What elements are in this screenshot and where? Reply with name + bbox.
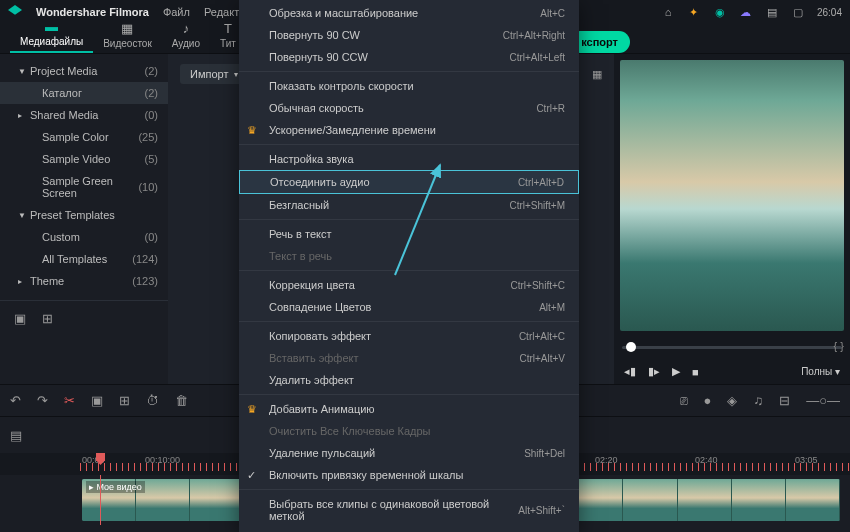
context-menu-item: Вставить эффектCtrl+Alt+V	[239, 347, 579, 369]
context-menu-item[interactable]: Совпадение ЦветовAlt+M	[239, 296, 579, 318]
grid-icon[interactable]: ⊞	[119, 393, 130, 408]
file-icon[interactable]: ▤	[765, 5, 779, 19]
context-menu-item[interactable]: ♛Ускорение/Замедление времени	[239, 119, 579, 141]
sidebar-item[interactable]: Sample Green Screen(10)	[0, 170, 168, 204]
step-back-icon[interactable]: ▮▸	[648, 365, 660, 378]
monitor-icon[interactable]: ▢	[791, 5, 805, 19]
context-menu-item[interactable]: Обычная скоростьCtrl+R	[239, 97, 579, 119]
context-menu-item[interactable]: Показать контроль скорости	[239, 75, 579, 97]
tab-media-label: Медиафайлы	[20, 36, 83, 47]
new-folder-icon[interactable]: ⊞	[42, 311, 53, 326]
undo-icon[interactable]: ↶	[10, 393, 21, 408]
context-menu-item[interactable]: ♛Добавить Анимацию	[239, 398, 579, 420]
crop-icon[interactable]: ▣	[91, 393, 103, 408]
menu-item-label: Безгласный	[269, 199, 509, 211]
sidebar-item[interactable]: ▸Theme(123)	[0, 270, 168, 292]
context-menu-item[interactable]: Настройка звука	[239, 148, 579, 170]
tab-audio[interactable]: ♪ Аудио	[162, 19, 210, 53]
sidebar-item[interactable]: ▸Shared Media(0)	[0, 104, 168, 126]
menu-item-shortcut: Ctrl+Shift+C	[511, 280, 565, 291]
menu-item-label: Вставить эффект	[269, 352, 519, 364]
mixer-icon[interactable]: ⎚	[680, 393, 688, 408]
preview-slider[interactable]: { }	[622, 341, 842, 355]
context-menu-item[interactable]: Коррекция цветаCtrl+Shift+C	[239, 274, 579, 296]
marker-icon[interactable]: ◈	[727, 393, 737, 408]
crown-icon: ♛	[247, 124, 257, 137]
trash-icon[interactable]: 🗑	[175, 393, 188, 408]
chevron-down-icon: ▾	[234, 70, 238, 79]
ruler-tick: 02:40	[695, 455, 718, 465]
prev-frame-icon[interactable]: ◂▮	[624, 365, 636, 378]
cloud-icon[interactable]: ☁	[739, 5, 753, 19]
sidebar-item[interactable]: Каталог(2)	[0, 82, 168, 104]
speed-icon[interactable]: ⏱	[146, 393, 159, 408]
context-menu-item[interactable]: Удалить эффект	[239, 369, 579, 391]
check-icon: ✓	[247, 469, 256, 482]
menu-item-shortcut: Ctrl+Alt+Left	[509, 52, 565, 63]
text-icon: T	[224, 21, 232, 36]
ruler-tick: 03:05	[795, 455, 818, 465]
sidebar-item-label: Sample Green Screen	[42, 175, 138, 199]
menu-item-label: Очистить Все Ключевые Кадры	[269, 425, 565, 437]
sidebar-item-count: (2)	[145, 65, 158, 77]
context-menu-item[interactable]: Повернуть 90 CCWCtrl+Alt+Left	[239, 46, 579, 68]
bulb-icon[interactable]: ✦	[687, 5, 701, 19]
sidebar-item[interactable]: Custom(0)	[0, 226, 168, 248]
context-menu-item[interactable]: Удаление пульсацийShift+Del	[239, 442, 579, 464]
context-menu-item[interactable]: Отсоединить аудиоCtrl+Alt+D	[239, 170, 579, 194]
music-icon: ♪	[183, 21, 190, 36]
home-icon[interactable]: ⌂	[661, 5, 675, 19]
context-menu-item[interactable]: Выбрать все клипы с одинаковой цветовой …	[239, 493, 579, 527]
tab-media[interactable]: ▬ Медиафайлы	[10, 17, 93, 53]
headphones-icon[interactable]: ◉	[713, 5, 727, 19]
redo-icon[interactable]: ↷	[37, 393, 48, 408]
stop-icon[interactable]: ■	[692, 366, 699, 378]
sidebar-item-label: Sample Video	[42, 153, 145, 165]
context-menu-item[interactable]: Повернуть 90 CWCtrl+Alt+Right	[239, 24, 579, 46]
grid-icon[interactable]: ▦	[592, 68, 602, 81]
context-menu-item[interactable]: БезгласныйCtrl+Shift+M	[239, 194, 579, 216]
menu-item-label: Текст в речь	[269, 250, 565, 262]
tab-videostock[interactable]: ▦ Видеосток	[93, 19, 162, 53]
preview-video[interactable]	[620, 60, 844, 331]
tab-audio-label: Аудио	[172, 38, 200, 49]
zoom-slider[interactable]: —○—	[806, 393, 840, 408]
sidebar-item-label: Shared Media	[30, 109, 145, 121]
sidebar-item[interactable]: ▼Project Media(2)	[0, 60, 168, 82]
disclosure-icon: ▸	[18, 111, 26, 120]
color-label-row	[239, 527, 579, 532]
context-menu-item[interactable]: Копировать эффектCtrl+Alt+C	[239, 325, 579, 347]
menu-item-label: Повернуть 90 CW	[269, 29, 503, 41]
menu-item-label: Обрезка и масштабирование	[269, 7, 540, 19]
play-icon[interactable]: ▶	[672, 365, 680, 378]
mic-icon[interactable]: ●	[704, 393, 712, 408]
layers-icon[interactable]: ▤	[10, 428, 22, 443]
playhead[interactable]	[100, 475, 101, 525]
preview-panel: { } ◂▮ ▮▸ ▶ ■ Полны ▾	[614, 54, 850, 384]
context-menu-item[interactable]: Речь в текст	[239, 223, 579, 245]
cut-icon[interactable]: ✂	[64, 393, 75, 408]
sidebar-item[interactable]: All Templates(124)	[0, 248, 168, 270]
menu-item-shortcut: Ctrl+Alt+D	[518, 177, 564, 188]
menu-file[interactable]: Файл	[163, 6, 190, 18]
menu-item-label: Повернуть 90 CCW	[269, 51, 509, 63]
folder-icon: ▬	[45, 19, 58, 34]
sidebar-item-label: Preset Templates	[30, 209, 158, 221]
preview-quality-dropdown[interactable]: Полны ▾	[801, 366, 840, 377]
menu-item-label: Коррекция цвета	[269, 279, 511, 291]
disclosure-icon: ▸	[18, 277, 26, 286]
menu-item-label: Речь в текст	[269, 228, 565, 240]
context-menu-item[interactable]: ✓Включить привязку временной шкалы	[239, 464, 579, 486]
adjust-icon[interactable]: ⊟	[779, 393, 790, 408]
sidebar-item[interactable]: Sample Video(5)	[0, 148, 168, 170]
context-menu-item[interactable]: Обрезка и масштабированиеAlt+C	[239, 2, 579, 24]
sound-icon[interactable]: ♫	[753, 393, 763, 408]
bin-icon[interactable]: ▣	[14, 311, 26, 326]
sidebar-item[interactable]: ▼Preset Templates	[0, 204, 168, 226]
sidebar-item-count: (0)	[145, 231, 158, 243]
menu-item-shortcut: Ctrl+Alt+V	[519, 353, 565, 364]
sidebar-item-label: Каталог	[42, 87, 145, 99]
sidebar-item[interactable]: Sample Color(25)	[0, 126, 168, 148]
menu-item-label: Копировать эффект	[269, 330, 519, 342]
menu-item-label: Обычная скорость	[269, 102, 536, 114]
